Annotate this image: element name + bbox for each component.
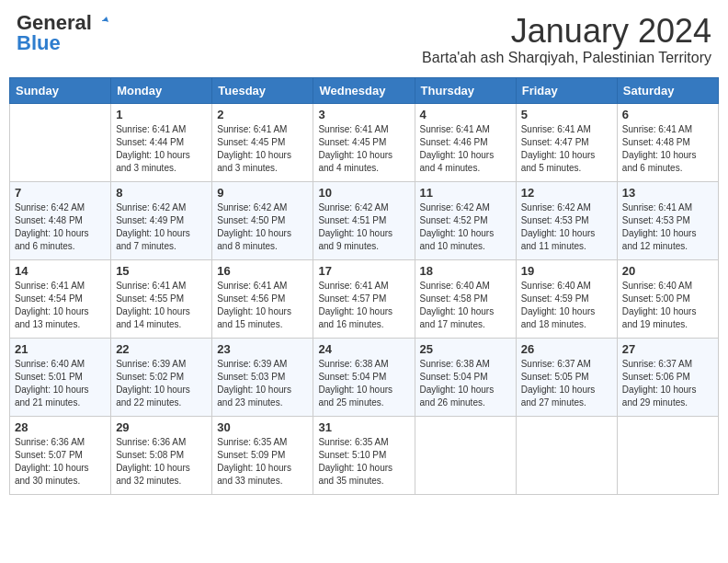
- header-row: SundayMondayTuesdayWednesdayThursdayFrid…: [10, 77, 719, 103]
- day-number: 4: [420, 108, 511, 121]
- day-number: 14: [15, 264, 106, 278]
- calendar-table: SundayMondayTuesdayWednesdayThursdayFrid…: [9, 77, 719, 495]
- day-info: Sunrise: 6:36 AMSunset: 5:07 PMDaylight:…: [15, 436, 106, 488]
- day-number: 2: [217, 108, 308, 121]
- col-header-saturday: Saturday: [617, 77, 718, 103]
- day-info: Sunrise: 6:42 AMSunset: 4:50 PMDaylight:…: [217, 201, 308, 253]
- day-info: Sunrise: 6:40 AMSunset: 5:00 PMDaylight:…: [622, 280, 713, 331]
- day-info: Sunrise: 6:41 AMSunset: 4:45 PMDaylight:…: [217, 123, 308, 175]
- day-number: 8: [116, 186, 207, 200]
- week-row-4: 21Sunrise: 6:40 AMSunset: 5:01 PMDayligh…: [10, 338, 719, 416]
- day-cell: 30Sunrise: 6:35 AMSunset: 5:09 PMDayligh…: [212, 416, 313, 494]
- day-cell: 8Sunrise: 6:42 AMSunset: 4:49 PMDaylight…: [111, 181, 212, 259]
- day-cell: 3Sunrise: 6:41 AMSunset: 4:45 PMDaylight…: [313, 103, 415, 181]
- day-cell: 15Sunrise: 6:41 AMSunset: 4:55 PMDayligh…: [111, 259, 212, 338]
- logo-blue-text: Blue: [17, 33, 61, 53]
- day-cell: 27Sunrise: 6:37 AMSunset: 5:06 PMDayligh…: [617, 338, 718, 416]
- day-info: Sunrise: 6:42 AMSunset: 4:52 PMDaylight:…: [420, 201, 511, 253]
- day-cell: [617, 416, 718, 494]
- day-info: Sunrise: 6:39 AMSunset: 5:02 PMDaylight:…: [116, 358, 207, 409]
- day-info: Sunrise: 6:40 AMSunset: 4:59 PMDaylight:…: [521, 280, 612, 331]
- day-info: Sunrise: 6:40 AMSunset: 4:58 PMDaylight:…: [420, 280, 511, 331]
- day-cell: 23Sunrise: 6:39 AMSunset: 5:03 PMDayligh…: [212, 338, 313, 416]
- day-cell: [415, 416, 516, 494]
- day-info: Sunrise: 6:41 AMSunset: 4:47 PMDaylight:…: [521, 123, 612, 175]
- logo-general-text: General: [17, 13, 92, 33]
- day-number: 25: [420, 342, 511, 356]
- week-row-3: 14Sunrise: 6:41 AMSunset: 4:54 PMDayligh…: [10, 259, 719, 338]
- day-cell: 6Sunrise: 6:41 AMSunset: 4:48 PMDaylight…: [617, 103, 718, 181]
- day-cell: 25Sunrise: 6:38 AMSunset: 5:04 PMDayligh…: [415, 338, 516, 416]
- day-info: Sunrise: 6:42 AMSunset: 4:48 PMDaylight:…: [15, 201, 106, 253]
- day-number: 13: [622, 186, 713, 200]
- day-info: Sunrise: 6:42 AMSunset: 4:51 PMDaylight:…: [318, 201, 409, 253]
- day-cell: 11Sunrise: 6:42 AMSunset: 4:52 PMDayligh…: [415, 181, 516, 259]
- day-info: Sunrise: 6:37 AMSunset: 5:05 PMDaylight:…: [521, 358, 612, 409]
- day-cell: [516, 416, 617, 494]
- day-info: Sunrise: 6:36 AMSunset: 5:08 PMDaylight:…: [116, 436, 207, 488]
- day-cell: 20Sunrise: 6:40 AMSunset: 5:00 PMDayligh…: [617, 259, 718, 338]
- day-cell: 9Sunrise: 6:42 AMSunset: 4:50 PMDaylight…: [212, 181, 313, 259]
- day-cell: 18Sunrise: 6:40 AMSunset: 4:58 PMDayligh…: [415, 259, 516, 338]
- day-cell: [10, 103, 111, 181]
- day-cell: 5Sunrise: 6:41 AMSunset: 4:47 PMDaylight…: [516, 103, 617, 181]
- day-cell: 10Sunrise: 6:42 AMSunset: 4:51 PMDayligh…: [313, 181, 415, 259]
- day-cell: 16Sunrise: 6:41 AMSunset: 4:56 PMDayligh…: [212, 259, 313, 338]
- day-cell: 4Sunrise: 6:41 AMSunset: 4:46 PMDaylight…: [415, 103, 516, 181]
- week-row-2: 7Sunrise: 6:42 AMSunset: 4:48 PMDaylight…: [10, 181, 719, 259]
- day-cell: 21Sunrise: 6:40 AMSunset: 5:01 PMDayligh…: [10, 338, 111, 416]
- day-cell: 29Sunrise: 6:36 AMSunset: 5:08 PMDayligh…: [111, 416, 212, 494]
- svg-marker-0: [97, 17, 108, 26]
- day-info: Sunrise: 6:41 AMSunset: 4:56 PMDaylight:…: [217, 280, 308, 331]
- day-info: Sunrise: 6:41 AMSunset: 4:57 PMDaylight:…: [318, 280, 409, 331]
- day-info: Sunrise: 6:39 AMSunset: 5:03 PMDaylight:…: [217, 358, 308, 409]
- day-cell: 7Sunrise: 6:42 AMSunset: 4:48 PMDaylight…: [10, 181, 111, 259]
- day-info: Sunrise: 6:35 AMSunset: 5:09 PMDaylight:…: [217, 436, 308, 488]
- logo-bird-icon: [94, 13, 110, 29]
- month-title: January 2024: [422, 13, 711, 50]
- day-number: 28: [15, 420, 106, 434]
- day-number: 17: [318, 264, 409, 278]
- day-info: Sunrise: 6:42 AMSunset: 4:49 PMDaylight:…: [116, 201, 207, 253]
- day-number: 3: [318, 108, 409, 121]
- day-info: Sunrise: 6:41 AMSunset: 4:48 PMDaylight:…: [622, 123, 713, 175]
- day-number: 22: [116, 342, 207, 356]
- day-number: 11: [420, 186, 511, 200]
- day-cell: 1Sunrise: 6:41 AMSunset: 4:44 PMDaylight…: [111, 103, 212, 181]
- day-info: Sunrise: 6:37 AMSunset: 5:06 PMDaylight:…: [622, 358, 713, 409]
- day-cell: 12Sunrise: 6:42 AMSunset: 4:53 PMDayligh…: [516, 181, 617, 259]
- day-number: 21: [15, 342, 106, 356]
- day-info: Sunrise: 6:38 AMSunset: 5:04 PMDaylight:…: [420, 358, 511, 409]
- day-number: 5: [521, 108, 612, 121]
- day-number: 15: [116, 264, 207, 278]
- col-header-friday: Friday: [516, 77, 617, 103]
- day-info: Sunrise: 6:42 AMSunset: 4:53 PMDaylight:…: [521, 201, 612, 253]
- day-info: Sunrise: 6:41 AMSunset: 4:55 PMDaylight:…: [116, 280, 207, 331]
- day-info: Sunrise: 6:41 AMSunset: 4:54 PMDaylight:…: [15, 280, 106, 331]
- day-number: 24: [318, 342, 409, 356]
- col-header-monday: Monday: [111, 77, 212, 103]
- week-row-1: 1Sunrise: 6:41 AMSunset: 4:44 PMDaylight…: [10, 103, 719, 181]
- day-cell: 2Sunrise: 6:41 AMSunset: 4:45 PMDaylight…: [212, 103, 313, 181]
- logo: General Blue: [17, 13, 110, 53]
- day-cell: 28Sunrise: 6:36 AMSunset: 5:07 PMDayligh…: [10, 416, 111, 494]
- day-cell: 13Sunrise: 6:41 AMSunset: 4:53 PMDayligh…: [617, 181, 718, 259]
- day-info: Sunrise: 6:35 AMSunset: 5:10 PMDaylight:…: [318, 436, 409, 488]
- page-header: General Blue January 2024 Barta'ah ash S…: [9, 9, 719, 70]
- day-number: 1: [116, 108, 207, 121]
- day-cell: 26Sunrise: 6:37 AMSunset: 5:05 PMDayligh…: [516, 338, 617, 416]
- location-title: Barta'ah ash Sharqiyah, Palestinian Terr…: [422, 50, 711, 66]
- day-number: 27: [622, 342, 713, 356]
- day-info: Sunrise: 6:41 AMSunset: 4:53 PMDaylight:…: [622, 201, 713, 253]
- day-number: 19: [521, 264, 612, 278]
- day-number: 12: [521, 186, 612, 200]
- day-cell: 31Sunrise: 6:35 AMSunset: 5:10 PMDayligh…: [313, 416, 415, 494]
- day-number: 18: [420, 264, 511, 278]
- col-header-thursday: Thursday: [415, 77, 516, 103]
- col-header-wednesday: Wednesday: [313, 77, 415, 103]
- day-number: 6: [622, 108, 713, 121]
- day-number: 10: [318, 186, 409, 200]
- day-number: 31: [318, 420, 409, 434]
- day-cell: 19Sunrise: 6:40 AMSunset: 4:59 PMDayligh…: [516, 259, 617, 338]
- day-number: 23: [217, 342, 308, 356]
